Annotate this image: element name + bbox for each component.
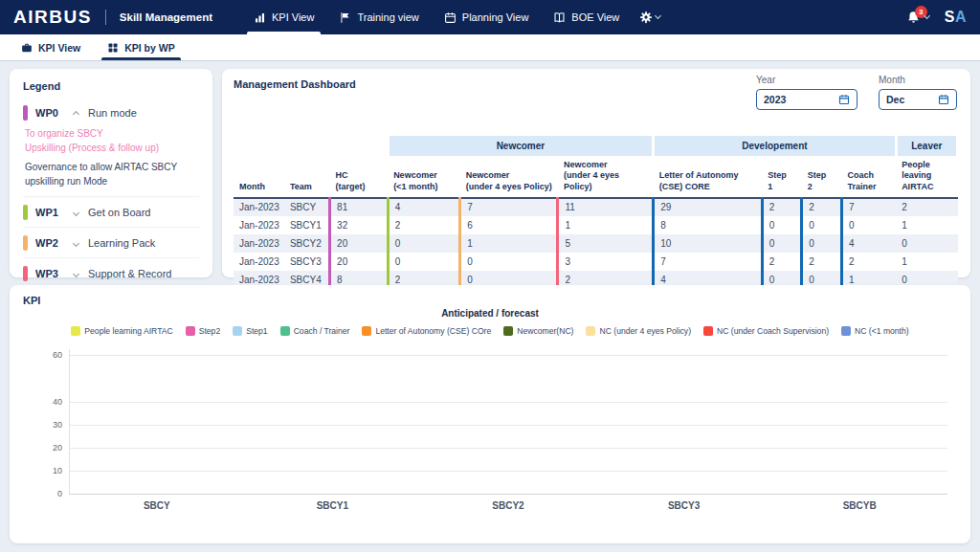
calendar-small-icon[interactable] bbox=[938, 94, 949, 105]
y-axis-tick: 10 bbox=[37, 466, 62, 475]
month-input[interactable] bbox=[886, 94, 930, 105]
table-group-header-row: NewcomerDevelopementLeaver bbox=[234, 136, 958, 156]
legend-swatch bbox=[503, 326, 513, 336]
briefcase-icon bbox=[21, 42, 33, 54]
table-cell: 0 bbox=[802, 234, 842, 253]
table-cell: 0 bbox=[762, 234, 802, 253]
calendar-small-icon[interactable] bbox=[838, 94, 850, 105]
user-avatar[interactable]: SA bbox=[945, 9, 967, 26]
subnav-tab-kpi-by-wp[interactable]: KPI by WP bbox=[98, 34, 185, 60]
legend-item-wp3[interactable]: WP3Support & Record bbox=[23, 257, 199, 288]
chart-legend-item-nc-1-month[interactable]: NC (<1 month) bbox=[841, 326, 909, 336]
column-header-month: Month bbox=[234, 156, 284, 198]
chart-legend-item-step1[interactable]: Step1 bbox=[233, 326, 267, 336]
flag-icon bbox=[339, 11, 351, 24]
table-cell: 1 bbox=[558, 216, 654, 234]
legend-panel: Legend WP0Run modeTo organize SBCY Upski… bbox=[10, 69, 212, 277]
airbus-logo: AIRBUS bbox=[13, 7, 92, 28]
y-axis-tick: 20 bbox=[37, 443, 62, 453]
table-cell: 11 bbox=[558, 198, 654, 216]
subnav-tab-kpi-view[interactable]: KPI View bbox=[11, 34, 90, 60]
chart-legend-item-letter-of-autonomy-cse-core[interactable]: Letter of Autonomy (CSE) COre bbox=[362, 326, 491, 336]
legend-item-wp1[interactable]: WP1Get on Board bbox=[23, 196, 199, 227]
table-row: Jan-2023SBCY814711292272 bbox=[234, 198, 958, 216]
group-header-newcomer: Newcomer bbox=[388, 136, 654, 156]
table-cell: 2 bbox=[802, 198, 842, 216]
nav-tab-training-view[interactable]: Training view bbox=[326, 0, 431, 34]
chart-legend-item-coach-trainer[interactable]: Coach / Trainer bbox=[280, 326, 350, 336]
month-label: Month bbox=[879, 75, 957, 85]
chart-legend-item-nc-under-coach-supervision[interactable]: NC (under Coach Supervision) bbox=[703, 326, 829, 336]
table-cell: 2 bbox=[841, 253, 896, 271]
table-cell: SBCY2 bbox=[284, 234, 330, 253]
nav-tab-boe-view[interactable]: BOE View bbox=[541, 0, 632, 34]
chevron-down-icon bbox=[73, 239, 79, 246]
table-cell: 0 bbox=[460, 253, 558, 271]
kpi-panel: KPI Anticipated / forecast People learni… bbox=[10, 285, 970, 543]
x-axis-label-sbcyb: SBCYB bbox=[771, 500, 947, 511]
column-header-team: Team bbox=[284, 156, 330, 198]
table-cell: Jan-2023 bbox=[234, 234, 284, 253]
subnav-tab-label: KPI by WP bbox=[124, 42, 175, 54]
book-icon bbox=[553, 11, 566, 24]
year-picker[interactable] bbox=[756, 89, 858, 110]
chart-legend-item-newcomer-nc[interactable]: Newcomer(NC) bbox=[503, 326, 573, 336]
legend-swatch bbox=[362, 326, 371, 336]
table-cell: 2 bbox=[802, 253, 842, 271]
table-cell: 20 bbox=[330, 234, 389, 253]
table-cell: 0 bbox=[841, 216, 896, 234]
table-row: Jan-2023SBCY220015100040 bbox=[234, 234, 958, 253]
legend-label: Step2 bbox=[199, 326, 220, 336]
chart-legend-item-people-learning-airtac[interactable]: People learning AIRTAC bbox=[71, 326, 172, 336]
legend-swatch bbox=[186, 326, 195, 336]
legend-label: NC (under Coach Supervision) bbox=[717, 326, 829, 336]
nav-tab-kpi-view[interactable]: KPI View bbox=[241, 0, 326, 34]
column-header-newcomer: Newcomer (<1 month) bbox=[388, 156, 460, 198]
legend-swatch bbox=[841, 326, 851, 336]
legend-label: Step1 bbox=[246, 326, 267, 336]
wp-detail-text: Governance to allow AIRTAC SBCY upskilli… bbox=[25, 161, 199, 188]
table-cell: 2 bbox=[762, 198, 802, 216]
column-header-people-leaving: People leaving AIRTAC bbox=[896, 156, 957, 198]
legend-item-wp2[interactable]: WP2Learning Pack bbox=[23, 227, 199, 257]
legend-title: Legend bbox=[23, 80, 199, 92]
legend-label: People learning AIRTAC bbox=[84, 326, 172, 336]
year-filter: Year bbox=[756, 75, 858, 110]
column-header-coach: Coach Trainer bbox=[841, 156, 896, 198]
table-header-row: MonthTeamHC (target)Newcomer (<1 month)N… bbox=[234, 156, 958, 198]
y-axis-tick: 60 bbox=[37, 350, 62, 360]
group-header-leaver: Leaver bbox=[896, 136, 957, 156]
legend-item-wp0[interactable]: WP0Run mode bbox=[23, 98, 199, 127]
table-cell: SBCY3 bbox=[284, 253, 330, 271]
nav-tab-planning-view[interactable]: Planning View bbox=[432, 0, 542, 34]
wp-code: WP1 bbox=[35, 207, 64, 218]
chart-legend-item-nc-under-4-eyes-policy[interactable]: NC (under 4 eyes Policy) bbox=[586, 326, 691, 336]
legend-label: Letter of Autonomy (CSE) COre bbox=[375, 326, 491, 336]
settings-menu[interactable] bbox=[632, 11, 668, 24]
chart-legend-item-step2[interactable]: Step2 bbox=[186, 326, 220, 336]
bar-slot-sbcy bbox=[70, 349, 245, 495]
table-cell: 8 bbox=[654, 216, 762, 234]
y-axis-tick: 0 bbox=[37, 489, 62, 498]
chevron-down-icon bbox=[655, 12, 661, 19]
legend-swatch bbox=[71, 326, 80, 336]
wp-code: WP2 bbox=[35, 237, 64, 249]
table-cell: 29 bbox=[654, 198, 762, 216]
wp-color-swatch bbox=[23, 235, 28, 251]
wp-code: WP0 bbox=[35, 107, 64, 119]
table-cell: 7 bbox=[654, 253, 762, 271]
table-cell: 6 bbox=[460, 216, 558, 234]
x-axis-label-sbcy2: SBCY2 bbox=[420, 500, 596, 511]
column-header-step: Step 1 bbox=[762, 156, 802, 198]
notifications-button[interactable]: 3 bbox=[906, 11, 929, 25]
chevron-up-icon bbox=[73, 111, 79, 118]
subnav-tab-label: KPI View bbox=[38, 42, 80, 54]
table-cell: 5 bbox=[558, 234, 654, 253]
table-cell: Jan-2023 bbox=[234, 198, 284, 216]
bar-slot-sbcy1 bbox=[245, 349, 420, 495]
year-input[interactable] bbox=[764, 94, 831, 105]
app-title: Skill Management bbox=[120, 11, 212, 23]
month-picker[interactable] bbox=[879, 89, 957, 110]
table-cell: 2 bbox=[762, 253, 802, 271]
chevron-down-icon bbox=[924, 12, 930, 19]
